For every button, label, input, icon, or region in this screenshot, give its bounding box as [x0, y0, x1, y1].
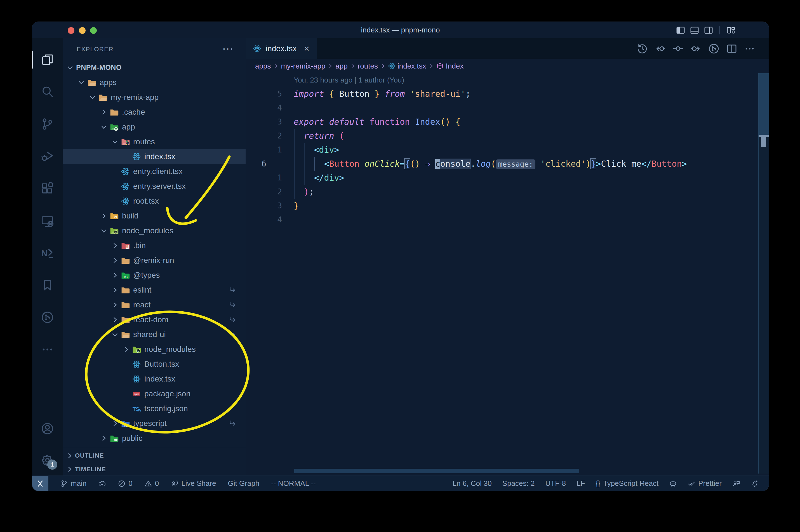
tree-item-root-tsx[interactable]: root.tsx	[63, 193, 246, 208]
next-change-icon[interactable]	[690, 43, 702, 54]
breadcrumb-item-index-tsx[interactable]: index.tsx	[388, 62, 426, 71]
tree-item-remix-run[interactable]: @remix-run	[63, 253, 246, 268]
breadcrumb-item-my-remix-app[interactable]: my-remix-app	[281, 62, 325, 71]
tree-item-shared-ui[interactable]: shared-ui	[63, 327, 246, 342]
close-icon[interactable]: ×	[304, 43, 310, 54]
activity-search-icon[interactable]	[41, 85, 54, 98]
activity-bar: N1	[32, 38, 63, 475]
status-eol[interactable]: LF	[576, 479, 585, 488]
line-number: 1	[246, 143, 282, 157]
activity-extensions-icon[interactable]	[41, 182, 54, 195]
tree-item-node-modules[interactable]: jsnode_modules	[63, 342, 246, 357]
remote-indicator[interactable]	[32, 476, 49, 491]
tree-item-build[interactable]: build	[63, 208, 246, 223]
more-actions-icon[interactable]	[744, 43, 755, 54]
tree-item-index-tsx[interactable]: index.tsx	[63, 149, 246, 164]
status-live-share[interactable]: Live Share	[171, 479, 216, 488]
activity-settings-icon[interactable]: 1	[41, 454, 54, 467]
tree-item-eslint[interactable]: eslint	[63, 283, 246, 297]
tree-item-my-remix-app[interactable]: my-remix-app	[63, 90, 246, 104]
status-language-mode[interactable]: {}TypeScript React	[596, 479, 659, 488]
status-git-branch[interactable]: main	[60, 479, 87, 488]
previous-change-icon[interactable]	[654, 43, 666, 54]
tree-item-app[interactable]: app	[63, 119, 246, 134]
status-encoding[interactable]: UTF-8	[545, 479, 566, 488]
line-number: 6	[246, 157, 298, 171]
tree-item-label: root.tsx	[133, 197, 159, 206]
tree-item-index-tsx[interactable]: index.tsx	[63, 372, 246, 386]
tree-item-public[interactable]: public	[63, 431, 246, 445]
status-feedback[interactable]	[732, 480, 740, 488]
layout-custom-icon[interactable]	[726, 25, 736, 35]
tree-item-pnpm-mono[interactable]: PNPM-MONO	[63, 60, 246, 75]
react-icon	[121, 167, 130, 176]
timeline-history-icon[interactable]	[637, 43, 648, 54]
tab-index-tsx[interactable]: index.tsx ×	[246, 38, 317, 59]
tree-item-bin[interactable]: 0110.bin	[63, 238, 246, 253]
tree-item-button-tsx[interactable]: Button.tsx	[63, 357, 246, 372]
breadcrumb-label: app	[336, 62, 347, 71]
layout-split-icon[interactable]	[704, 25, 713, 35]
code-editor[interactable]: You, 23 hours ago | 1 author (You) 5impo…	[246, 73, 769, 474]
svg-text:TS: TS	[123, 275, 128, 279]
tree-item-react-dom[interactable]: react-dom	[63, 312, 246, 327]
tree-item-apps[interactable]: apps	[63, 75, 246, 90]
activity-remote-explorer-icon[interactable]	[41, 215, 54, 228]
status-warnings[interactable]: 0	[144, 479, 159, 488]
vertical-scrollbar[interactable]	[758, 73, 769, 474]
tree-item-package-json[interactable]: npmpackage.json	[63, 386, 246, 401]
code-line: 1 <div>	[246, 143, 769, 157]
breadcrumb-item-routes[interactable]: routes	[358, 62, 378, 71]
svg-text:js: js	[137, 349, 139, 353]
folder-open-icon	[98, 93, 108, 102]
vertical-scrollbar-slider[interactable]	[759, 73, 769, 136]
current-change-icon[interactable]	[672, 43, 684, 54]
status-copilot[interactable]	[669, 480, 677, 488]
status-formatter[interactable]: Prettier	[688, 479, 722, 488]
tree-item-node-modules[interactable]: jsnode_modules	[63, 223, 246, 238]
sidebar-more-actions-icon[interactable]: ⋯	[222, 42, 233, 55]
status-cursor-position[interactable]: Ln 6, Col 30	[453, 479, 492, 488]
breadcrumb-item-app[interactable]: app	[336, 62, 347, 71]
bell-dot-icon	[751, 480, 759, 488]
status-indentation[interactable]: Spaces: 2	[502, 479, 535, 488]
horizontal-scrollbar[interactable]	[294, 469, 579, 473]
activity-nx-console-icon[interactable]: N	[41, 246, 54, 260]
tree-item-react[interactable]: react	[63, 297, 246, 312]
chevron-right-icon	[350, 63, 356, 69]
split-editor-icon[interactable]	[726, 43, 737, 54]
tree-item-label: @types	[133, 271, 160, 280]
status-label: 0	[128, 479, 132, 488]
breadcrumb-item-apps[interactable]: apps	[255, 62, 271, 71]
indent-guide	[315, 157, 315, 171]
tree-item-typescript[interactable]: TStypescript	[63, 416, 246, 431]
status-notifications[interactable]	[751, 480, 759, 488]
tree-item-routes[interactable]: routes	[63, 134, 246, 149]
activity-run-debug-icon[interactable]	[41, 150, 54, 163]
tree-item-label: Button.tsx	[144, 360, 179, 369]
activity-more-icon[interactable]	[41, 343, 54, 356]
tree-item-tsconfig-json[interactable]: TStsconfig.json	[63, 401, 246, 416]
layout-sidebar-icon[interactable]	[676, 25, 685, 35]
tree-item-entry-server-tsx[interactable]: entry.server.tsx	[63, 179, 246, 193]
tree-item-cache[interactable]: .cache	[63, 104, 246, 119]
timeline-section[interactable]: TIMELINE	[63, 463, 246, 476]
activity-bookmarks-icon[interactable]	[41, 279, 54, 292]
tree-item-label: app	[122, 122, 135, 131]
activity-source-control-icon[interactable]	[41, 117, 54, 131]
status-git-graph[interactable]: Git Graph	[228, 479, 260, 488]
activity-git-graph-icon[interactable]	[41, 311, 54, 324]
outline-section[interactable]: OUTLINE	[63, 448, 246, 463]
status-sync-changes[interactable]	[98, 480, 106, 488]
activity-explorer-icon[interactable]	[41, 53, 54, 66]
tree-item-types[interactable]: TS@types	[63, 268, 246, 283]
layout-panel-icon[interactable]	[690, 25, 699, 35]
react-icon	[132, 375, 141, 383]
git-graph-view-icon[interactable]	[708, 43, 720, 54]
tree-item-entry-client-tsx[interactable]: entry.client.tsx	[63, 164, 246, 179]
status-errors[interactable]: 0	[118, 479, 132, 488]
breadcrumb-item-index[interactable]: Index	[436, 62, 464, 71]
symlink-icon	[228, 286, 237, 294]
status-vim-mode[interactable]: -- NORMAL --	[271, 479, 316, 488]
activity-account-icon[interactable]	[41, 422, 54, 435]
